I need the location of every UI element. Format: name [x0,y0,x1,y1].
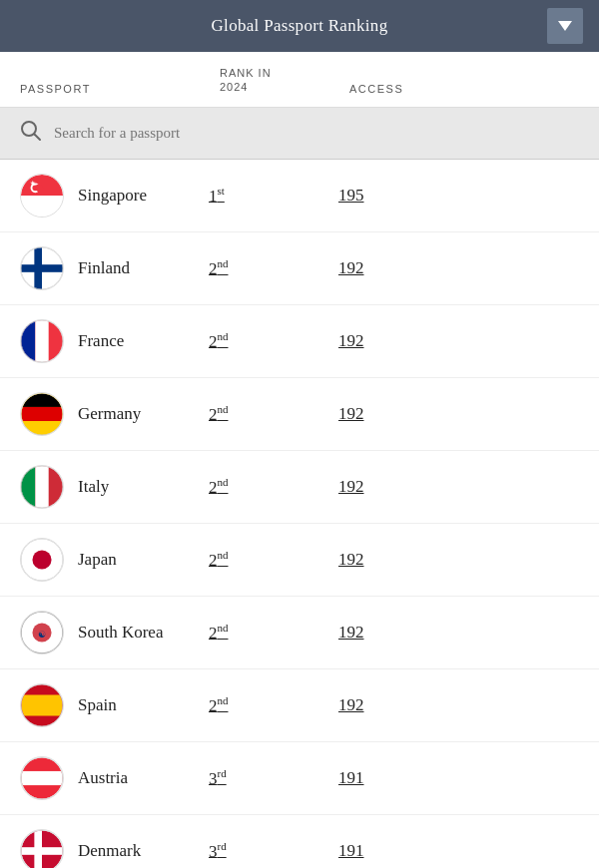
search-input[interactable] [54,125,579,142]
rank-cell: 2nd [209,257,338,279]
access-cell: 192 [338,331,579,351]
table-row: Spain 2nd 192 [0,669,599,742]
flag-sg [20,174,64,217]
svg-rect-16 [21,407,63,421]
country-name: South Korea [64,623,209,643]
access-cell: 192 [338,404,579,424]
access-cell: 191 [338,841,579,861]
access-cell: 192 [338,477,579,497]
svg-line-2 [35,134,41,140]
table-row: Japan 2nd 192 [0,524,599,597]
flag-fi [20,246,64,290]
flag-it [20,465,64,509]
passport-list: Singapore 1st 195 Finland 2nd 192 France… [0,160,599,868]
column-headers: PASSPORT RANK IN2024 ACCESS [0,52,599,108]
table-row: Austria 3rd 191 [0,742,599,815]
country-name: Austria [64,768,209,788]
table-row: Finland 2nd 192 [0,232,599,305]
flag-de [20,392,64,436]
col-header-rank: RANK IN2024 [220,66,349,95]
table-row: Denmark 3rd 191 [0,815,599,868]
rank-cell: 2nd [209,622,338,644]
app-header: Global Passport Ranking [0,0,599,52]
table-row: Germany 2nd 192 [0,378,599,451]
flag-at [20,756,64,800]
access-cell: 192 [338,623,579,643]
search-icon [20,120,42,147]
country-name: Denmark [64,841,209,861]
access-cell: 195 [338,186,579,206]
rank-cell: 2nd [209,549,338,571]
flag-kr: ☯ [20,611,64,654]
col-header-passport: PASSPORT [20,83,220,95]
svg-rect-31 [21,694,63,715]
access-cell: 192 [338,258,579,278]
access-cell: 192 [338,695,579,715]
page-title: Global Passport Ranking [52,16,547,36]
rank-cell: 3rd [209,767,338,789]
svg-rect-17 [21,421,63,435]
svg-rect-15 [21,393,63,407]
svg-rect-20 [35,466,48,508]
country-name: Spain [64,695,209,715]
country-name: Singapore [64,186,209,206]
rank-cell: 3rd [209,840,338,862]
table-row: France 2nd 192 [0,305,599,378]
country-name: Germany [64,404,209,424]
flag-fr [20,319,64,363]
rank-cell: 1st [209,185,338,207]
rank-cell: 2nd [209,476,338,498]
search-bar [0,108,599,160]
svg-rect-35 [21,771,63,785]
flag-dk [20,829,64,868]
table-row: Singapore 1st 195 [0,160,599,232]
dropdown-button[interactable] [547,8,583,44]
svg-point-5 [35,184,43,192]
flag-es [20,683,64,727]
access-cell: 191 [338,768,579,788]
country-name: Japan [64,550,209,570]
svg-rect-9 [34,247,42,289]
rank-cell: 2nd [209,403,338,425]
table-row: ☯ South Korea 2nd 192 [0,597,599,669]
country-name: Finland [64,258,209,278]
rank-cell: 2nd [209,330,338,352]
svg-point-23 [32,550,51,569]
flag-jp [20,538,64,582]
svg-text:☯: ☯ [38,629,46,639]
svg-rect-40 [34,830,42,868]
rank-cell: 2nd [209,694,338,716]
col-header-access: ACCESS [349,83,579,95]
svg-marker-0 [558,21,572,31]
country-name: France [64,331,209,351]
access-cell: 192 [338,550,579,570]
table-row: Italy 2nd 192 [0,451,599,524]
country-name: Italy [64,477,209,497]
